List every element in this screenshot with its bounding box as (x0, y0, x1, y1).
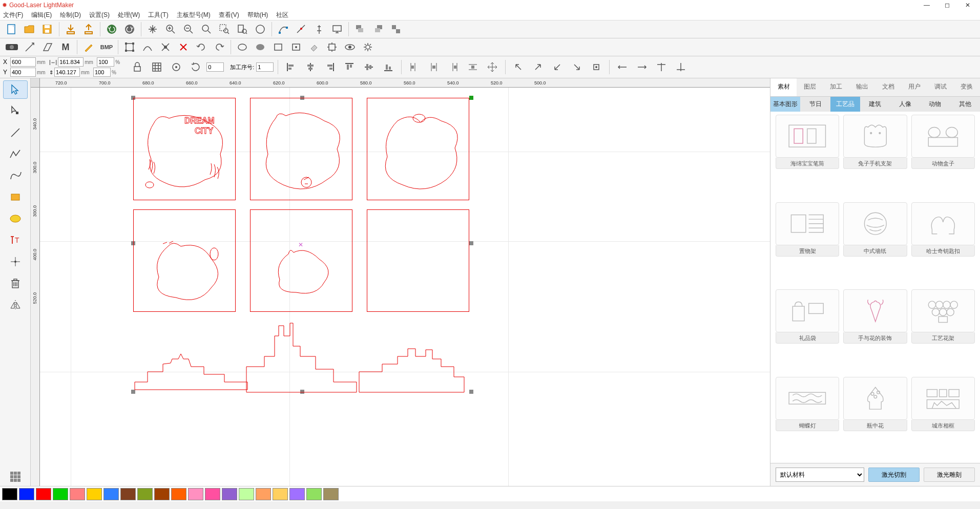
color-swatch[interactable] (2, 488, 17, 500)
rotate-input[interactable] (206, 62, 224, 72)
anchor-grid-button[interactable] (148, 59, 165, 75)
point-tool[interactable] (3, 252, 28, 271)
color-swatch[interactable] (120, 488, 136, 500)
menu-community[interactable]: 社区 (276, 11, 288, 19)
zoom-out-button[interactable] (180, 22, 197, 37)
preview-button[interactable] (341, 39, 359, 55)
category-portrait[interactable]: 人像 (890, 97, 920, 112)
settings-button[interactable] (359, 39, 377, 55)
align-bottom-button[interactable] (380, 59, 397, 75)
category-other[interactable]: 其他 (950, 97, 980, 112)
x-input[interactable] (10, 57, 36, 67)
color-swatch[interactable] (188, 488, 203, 500)
category-basic[interactable]: 基本图形 (770, 97, 800, 112)
tab-layers[interactable]: 图层 (797, 78, 823, 96)
height-input[interactable] (54, 68, 80, 77)
color-swatch[interactable] (289, 488, 305, 500)
menu-tools[interactable]: 工具(T) (148, 11, 168, 19)
menu-settings[interactable]: 设置(S) (89, 11, 110, 19)
distribute-right-button[interactable] (445, 59, 462, 75)
fill-button[interactable] (252, 39, 269, 55)
redo-button[interactable] (121, 22, 138, 37)
camera-button[interactable] (3, 39, 20, 55)
artwork-shape[interactable] (270, 241, 337, 298)
origin-button[interactable] (168, 59, 185, 75)
line-tool[interactable] (3, 123, 28, 142)
canvas-area[interactable]: 720.0 700.0 680.0 660.0 640.0 620.0 600.… (31, 78, 770, 486)
distribute-v-button[interactable] (464, 59, 482, 75)
artwork-shape[interactable]: DREAM CITY (138, 103, 231, 195)
laser-engrave-button[interactable]: 激光雕刻 (924, 468, 975, 482)
library-item[interactable]: 置物架 (776, 202, 839, 286)
menu-edit[interactable]: 编辑(E) (31, 11, 52, 19)
library-item[interactable]: 瓶中花 (843, 377, 907, 460)
anchor-button[interactable] (157, 39, 174, 55)
color-swatch[interactable] (154, 488, 170, 500)
artwork-city[interactable] (244, 321, 359, 395)
export-button[interactable] (80, 22, 97, 37)
mirror-tool[interactable] (3, 295, 28, 314)
rect-outline-button[interactable] (269, 39, 287, 55)
refresh-button[interactable] (187, 59, 204, 75)
skew-button[interactable] (39, 39, 56, 55)
align-left-button[interactable] (282, 59, 300, 75)
pan-button[interactable] (144, 22, 161, 37)
artwork-shape[interactable] (148, 231, 230, 308)
text-tool[interactable]: T (3, 231, 28, 249)
library-item[interactable]: 城市相框 (911, 377, 975, 460)
color-swatch[interactable] (171, 488, 186, 500)
center-button[interactable] (484, 59, 501, 75)
delete-tool[interactable] (3, 274, 28, 292)
color-swatch[interactable] (239, 488, 254, 500)
menu-draw[interactable]: 绘制(D) (60, 11, 81, 19)
break-node-button[interactable] (293, 22, 310, 37)
tab-transform[interactable]: 变换 (954, 78, 980, 96)
color-swatch[interactable] (70, 488, 85, 500)
color-swatch[interactable] (323, 488, 339, 500)
library-item[interactable]: 工艺花架 (911, 289, 975, 373)
dimensions-button[interactable] (323, 39, 341, 55)
curve-tool[interactable] (3, 166, 28, 185)
artwork-frame[interactable] (367, 209, 469, 312)
width-pct-input[interactable] (97, 57, 114, 67)
undo-button[interactable] (103, 22, 120, 37)
guides-button[interactable] (287, 39, 305, 55)
curve-button[interactable] (139, 39, 156, 55)
category-building[interactable]: 建筑 (860, 97, 890, 112)
artwork-shape[interactable] (255, 103, 347, 195)
height-pct-input[interactable] (93, 68, 111, 77)
open-button[interactable] (21, 22, 38, 37)
distribute-left-button[interactable] (406, 59, 423, 75)
color-swatch[interactable] (103, 488, 119, 500)
library-item[interactable]: 礼品袋 (776, 289, 839, 373)
color-swatch[interactable] (205, 488, 220, 500)
text-m-button[interactable]: M (57, 39, 74, 55)
laser-cut-button[interactable]: 激光切割 (868, 468, 920, 482)
artwork-shape[interactable] (372, 103, 464, 195)
pin-button[interactable] (310, 22, 328, 37)
color-swatch[interactable] (137, 488, 153, 500)
save-button[interactable] (39, 22, 56, 37)
selection-handle[interactable] (469, 390, 473, 394)
color-swatch[interactable] (273, 488, 288, 500)
category-craft[interactable]: 工艺品 (830, 97, 860, 112)
align-right-button[interactable] (321, 59, 339, 75)
bmp-button[interactable]: BMP (98, 39, 115, 55)
category-holiday[interactable]: 节日 (800, 97, 830, 112)
menu-process[interactable]: 处理(W) (118, 11, 140, 19)
tab-document[interactable]: 文档 (875, 78, 902, 96)
library-item[interactable]: 动物盒子 (911, 115, 975, 198)
tab-materials[interactable]: 素材 (770, 78, 797, 96)
align-left-group-button[interactable] (351, 22, 369, 37)
align-right-group-button[interactable] (369, 22, 387, 37)
import-button[interactable] (62, 22, 79, 37)
delete-node-button[interactable] (175, 39, 192, 55)
width-input[interactable] (58, 57, 84, 67)
color-swatch[interactable] (36, 488, 51, 500)
menu-help[interactable]: 帮助(H) (247, 11, 268, 19)
flip-v-button[interactable] (633, 59, 651, 75)
rotate-cw-button[interactable] (211, 39, 228, 55)
library-item[interactable]: 手与花的装饰 (843, 289, 907, 373)
tab-user[interactable]: 用户 (902, 78, 928, 96)
display-button[interactable] (328, 22, 346, 37)
